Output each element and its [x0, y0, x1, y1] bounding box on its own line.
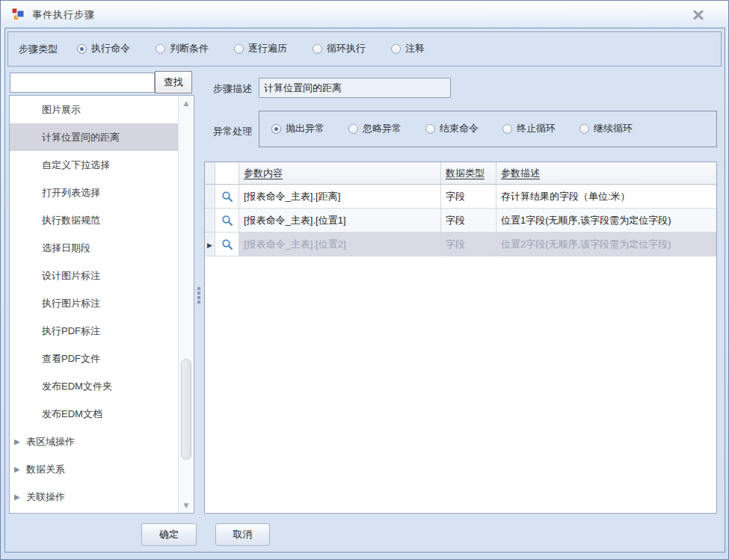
- tree-item-label: 执行数据规范: [42, 214, 100, 227]
- tree-item[interactable]: 发布EDM文件夹: [10, 372, 178, 400]
- grid-header-param-desc[interactable]: 参数描述: [496, 162, 716, 184]
- radio-label: 抛出异常: [286, 122, 324, 135]
- tree-item-label: 表区域操作: [26, 435, 75, 449]
- radio-option[interactable]: 执行命令: [77, 42, 130, 55]
- exception-handling-label: 异常处理: [213, 125, 252, 138]
- tree-item[interactable]: 执行图片标注: [10, 289, 178, 317]
- tree-item[interactable]: 打开列表选择: [10, 179, 178, 206]
- tree-item-label: 执行图片标注: [42, 297, 100, 310]
- radio-icon: [391, 44, 401, 54]
- row-indicator-icon: ▶: [205, 233, 215, 256]
- tree-item[interactable]: 执行PDF标注: [10, 317, 178, 345]
- tree-item[interactable]: 选择日期段: [10, 234, 178, 262]
- tree-item-label: 关联操作: [26, 490, 65, 504]
- tree-item-label: 发布EDM文件夹: [42, 380, 112, 393]
- grid-header: 参数内容 数据类型 参数描述: [205, 162, 716, 185]
- radio-icon: [502, 124, 512, 134]
- grid-cell-type[interactable]: 字段: [441, 209, 496, 232]
- grid-header-param-content[interactable]: 参数内容: [239, 162, 441, 184]
- radio-option[interactable]: 逐行遍历: [234, 42, 287, 55]
- radio-icon: [77, 44, 87, 54]
- tree-item-label: 打开列表选择: [42, 186, 100, 200]
- tree-item-label: 执行PDF标注: [42, 324, 100, 338]
- tree-item[interactable]: 查看PDF文件: [10, 345, 178, 372]
- magnifier-icon[interactable]: [215, 233, 239, 256]
- ok-button[interactable]: 确定: [141, 523, 197, 546]
- search-input[interactable]: [10, 73, 155, 93]
- exception-radios: 抛出异常忽略异常结束命令终止循环继续循环: [271, 122, 656, 136]
- tree-item[interactable]: 设计图片标注: [10, 262, 178, 289]
- step-description-label: 步骤描述: [213, 82, 252, 96]
- grid-row[interactable]: ▶[报表命令_主表].[位置2]字段位置2字段(无顺序,该字段需为定位字段): [205, 233, 716, 256]
- step-type-label: 步骤类型: [19, 43, 58, 56]
- radio-label: 执行命令: [91, 42, 130, 55]
- radio-option[interactable]: 结束命令: [425, 122, 479, 135]
- tree-item-label: 发布EDM文档: [42, 407, 102, 421]
- grid-row[interactable]: [报表命令_主表].[位置1]字段位置1字段(无顺序,该字段需为定位字段): [205, 209, 716, 233]
- grid-cell-type[interactable]: 字段: [441, 185, 496, 208]
- tree-item[interactable]: ▶关联操作: [10, 483, 178, 511]
- step-type-radios: 执行命令判断条件逐行遍历循环执行注释: [77, 42, 450, 56]
- command-tree: 图片展示计算位置间的距离自定义下拉选择打开列表选择执行数据规范选择日期段设计图片…: [9, 95, 194, 514]
- tree-item-label: 图片展示: [42, 103, 81, 117]
- tree-item[interactable]: 图片展示: [10, 96, 178, 123]
- grid-cell-content[interactable]: [报表命令_主表].[位置1]: [239, 209, 441, 232]
- expand-arrow-icon[interactable]: ▶: [14, 465, 26, 473]
- tree-item-label: 计算位置间的距离: [42, 131, 120, 144]
- radio-option[interactable]: 判断条件: [156, 42, 209, 55]
- radio-option[interactable]: 抛出异常: [271, 122, 324, 135]
- dialog-window: 事件执行步骤 步骤类型 执行命令判断条件逐行遍历循环执行注释 查找 图片展示计算…: [0, 0, 729, 560]
- scrollbar-thumb[interactable]: [181, 359, 191, 460]
- tree-item[interactable]: 执行数据规范: [10, 206, 178, 234]
- grid-cell-content[interactable]: [报表命令_主表].[距离]: [239, 185, 441, 208]
- tree-item-label: 自定义下拉选择: [42, 159, 110, 172]
- tree-list: 图片展示计算位置间的距离自定义下拉选择打开列表选择执行数据规范选择日期段设计图片…: [10, 96, 178, 513]
- window-title: 事件执行步骤: [32, 8, 95, 22]
- grid-cell-content[interactable]: [报表命令_主表].[位置2]: [239, 233, 441, 256]
- grid-header-lookup: [215, 162, 239, 184]
- radio-option[interactable]: 继续循环: [579, 122, 633, 135]
- grid-cell-type[interactable]: 字段: [441, 233, 496, 256]
- radio-label: 判断条件: [170, 42, 209, 55]
- radio-option[interactable]: 终止循环: [502, 122, 556, 135]
- panel-splitter[interactable]: [194, 95, 203, 514]
- expand-arrow-icon[interactable]: ▶: [14, 493, 26, 501]
- tree-item[interactable]: 计算位置间的距离: [10, 123, 178, 151]
- radio-icon: [234, 44, 244, 54]
- grid-cell-desc[interactable]: 位置2字段(无顺序,该字段需为定位字段): [496, 233, 716, 256]
- radio-option[interactable]: 循环执行: [313, 42, 366, 55]
- magnifier-icon[interactable]: [215, 209, 239, 232]
- cancel-button[interactable]: 取消: [215, 523, 270, 546]
- magnifier-icon[interactable]: [215, 185, 239, 208]
- scroll-up-icon[interactable]: ▲: [179, 96, 194, 110]
- grid-cell-desc[interactable]: 存计算结果的字段（单位:米）: [496, 185, 716, 208]
- row-indicator-cell: [205, 209, 215, 232]
- step-description-input[interactable]: [259, 78, 451, 98]
- tree-item[interactable]: 自定义下拉选择: [10, 151, 178, 179]
- expand-arrow-icon[interactable]: ▶: [14, 437, 26, 446]
- dialog-client-area: 步骤类型 执行命令判断条件逐行遍历循环执行注释 查找 图片展示计算位置间的距离自…: [4, 28, 725, 553]
- tree-item[interactable]: ▶数据关系: [10, 455, 178, 483]
- tree-item-label: 查看PDF文件: [42, 352, 100, 366]
- step-type-group: 步骤类型 执行命令判断条件逐行遍历循环执行注释: [7, 31, 722, 67]
- grid-header-indicator: [205, 162, 215, 184]
- radio-icon: [156, 44, 165, 54]
- radio-option[interactable]: 注释: [391, 42, 425, 55]
- scroll-down-icon[interactable]: ▼: [179, 499, 194, 512]
- radio-icon: [313, 44, 322, 54]
- tree-scrollbar[interactable]: ▲ ▼: [178, 96, 194, 513]
- tree-item[interactable]: ▶表区域操作: [10, 428, 178, 455]
- radio-label: 忽略异常: [363, 122, 402, 135]
- grid-body: [报表命令_主表].[距离]字段存计算结果的字段（单位:米）[报表命令_主表].…: [205, 185, 716, 256]
- radio-icon: [425, 124, 435, 134]
- exception-handling-group: 抛出异常忽略异常结束命令终止循环继续循环: [259, 111, 717, 147]
- grid-cell-desc[interactable]: 位置1字段(无顺序,该字段需为定位字段): [496, 209, 716, 232]
- tree-item[interactable]: 发布EDM文档: [10, 400, 178, 428]
- tree-item-label: 设计图片标注: [42, 269, 100, 283]
- radio-option[interactable]: 忽略异常: [348, 122, 402, 135]
- radio-label: 结束命令: [440, 122, 479, 135]
- grid-header-data-type[interactable]: 数据类型: [441, 162, 496, 184]
- find-button[interactable]: 查找: [155, 71, 192, 93]
- close-icon[interactable]: [689, 7, 707, 22]
- grid-row[interactable]: [报表命令_主表].[距离]字段存计算结果的字段（单位:米）: [205, 185, 716, 209]
